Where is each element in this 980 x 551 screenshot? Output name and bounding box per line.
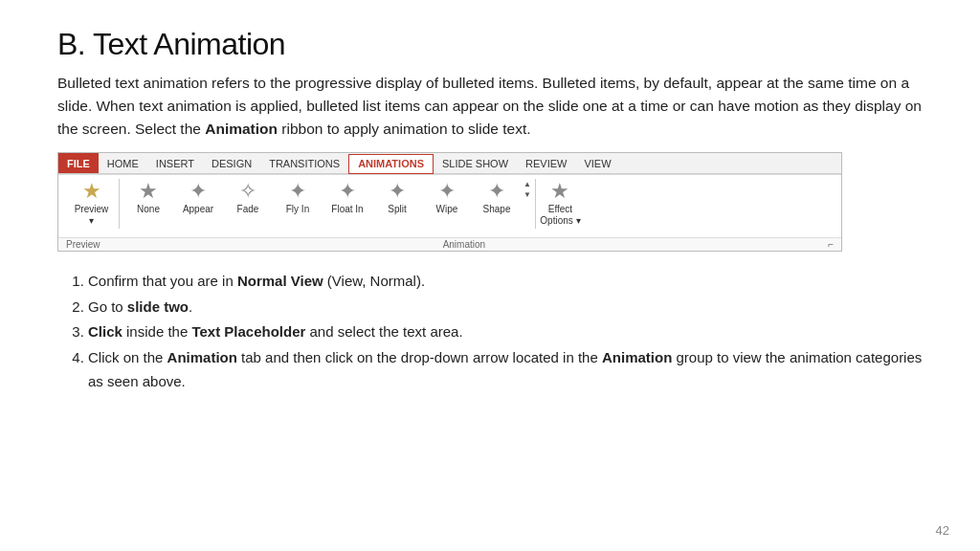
- preview-label: Preview▾: [75, 204, 109, 227]
- shape-label: Shape: [483, 204, 511, 215]
- wipe-icon: ✦: [438, 181, 456, 202]
- step-4-animation-group: Animation: [602, 349, 672, 365]
- ribbon-footer-animation: Animation: [443, 239, 485, 250]
- ribbon-tab-transitions: TRANSITIONS: [260, 153, 348, 173]
- scroll-down-icon: ▼: [523, 189, 531, 200]
- step-1: Confirm that you are in Normal View (Vie…: [88, 269, 923, 294]
- flyin-icon: ✦: [289, 181, 306, 202]
- intro-bold-1: Animation: [205, 121, 278, 137]
- ribbon-item-preview: ★ Preview▾: [64, 179, 120, 229]
- effect-label: EffectOptions ▾: [540, 204, 580, 227]
- step-2-bold: slide two: [127, 298, 189, 315]
- ribbon-tab-insert: INSERT: [147, 153, 203, 173]
- step-4: Click on the Animation tab and then clic…: [88, 345, 923, 394]
- page: B. Text Animation Bulleted text animatio…: [0, 0, 980, 551]
- none-icon: ★: [139, 181, 158, 202]
- ribbon-item-none: ★ None: [123, 179, 173, 217]
- page-title: B. Text Animation: [57, 27, 923, 62]
- floatin-label: Float In: [331, 204, 363, 215]
- appear-icon: ✦: [189, 181, 207, 202]
- step-3: Click inside the Text Placeholder and se…: [88, 320, 923, 344]
- wipe-label: Wipe: [436, 204, 458, 215]
- step-2: Go to slide two.: [88, 295, 923, 320]
- ribbon-item-wipe: ✦ Wipe: [422, 179, 472, 217]
- step-1-bold: Normal View: [237, 273, 323, 289]
- intro-text-2: ribbon to apply animation to slide text.: [278, 121, 531, 137]
- ribbon-item-split: ✦ Split: [372, 179, 422, 217]
- intro-paragraph: Bulleted text animation refers to the pr…: [57, 72, 923, 141]
- page-number: 42: [936, 523, 949, 538]
- flyin-label: Fly In: [286, 204, 309, 215]
- fade-icon: ✧: [239, 181, 256, 202]
- ribbon-tab-file: FILE: [58, 153, 99, 173]
- fade-label: Fade: [237, 204, 259, 215]
- effect-icon: ★: [550, 181, 569, 202]
- ribbon-footer: Preview Animation ⌐: [58, 237, 841, 251]
- ribbon-item-fade: ✧ Fade: [223, 179, 273, 217]
- split-icon: ✦: [389, 181, 406, 202]
- ribbon-footer-preview: Preview: [66, 239, 100, 250]
- ribbon-footer-icon: ⌐: [828, 239, 834, 250]
- ribbon-item-appear: ✦ Appear: [173, 179, 223, 217]
- ribbon-item-floatin: ✦ Float In: [323, 179, 372, 217]
- ribbon-animations-group: ★ None ✦ Appear ✧ Fade ✦ Fly In ✦ Floa: [123, 179, 522, 217]
- ribbon-tab-animations: ANIMATIONS: [348, 154, 434, 174]
- step-3-placeholder: Text Placeholder: [191, 323, 305, 340]
- step-3-click: Click: [88, 323, 122, 340]
- ribbon-effect-options: ★ EffectOptions ▾: [535, 179, 585, 229]
- steps-list: Confirm that you are in Normal View (Vie…: [88, 269, 923, 394]
- ribbon-tab-view: VIEW: [575, 153, 619, 173]
- ribbon-screenshot: FILE HOME INSERT DESIGN TRANSITIONS ANIM…: [57, 152, 842, 252]
- ribbon-tab-design: DESIGN: [203, 153, 260, 173]
- ribbon-body: ★ Preview▾ ★ None ✦ Appear ✧ Fade ✦: [58, 174, 841, 237]
- none-label: None: [137, 204, 160, 215]
- preview-icon: ★: [82, 181, 101, 202]
- ribbon-item-shape: ✦ Shape: [472, 179, 522, 217]
- shape-icon: ✦: [488, 181, 505, 202]
- split-label: Split: [388, 204, 406, 215]
- ribbon-item-flyin: ✦ Fly In: [273, 179, 323, 217]
- step-4-animation: Animation: [167, 349, 237, 365]
- ribbon-scroll-arrows: ▲ ▼: [523, 179, 531, 200]
- floatin-icon: ✦: [339, 181, 356, 202]
- appear-label: Appear: [183, 204, 213, 215]
- scroll-up-icon: ▲: [523, 179, 531, 189]
- ribbon-tab-slideshow: SLIDE SHOW: [434, 153, 517, 173]
- ribbon-tab-review: REVIEW: [517, 153, 575, 173]
- ribbon-tab-bar: FILE HOME INSERT DESIGN TRANSITIONS ANIM…: [58, 153, 841, 174]
- ribbon-tab-home: HOME: [99, 153, 147, 173]
